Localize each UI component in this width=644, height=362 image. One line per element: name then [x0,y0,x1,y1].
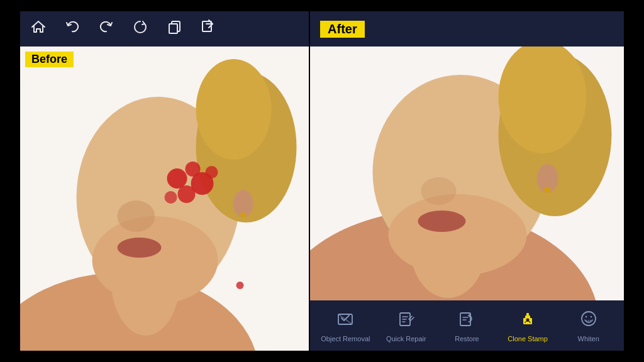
outer-container: Before [0,0,644,362]
redo-icon[interactable] [98,19,114,39]
svg-point-42 [585,315,586,317]
whiten-label: Whiten [578,335,599,343]
tool-restore[interactable]: Restore [441,309,492,343]
tool-quick-repair[interactable]: Quick Repair [381,309,431,343]
svg-point-10 [118,238,162,258]
clone-stamp-label: Clone Stamp [508,335,548,343]
restore-icon [457,309,476,332]
tool-object-removal[interactable]: Object Removal [320,309,370,343]
svg-point-24 [389,194,527,276]
right-panel: After [310,11,624,351]
app-container: Before [20,11,624,351]
copy-icon[interactable] [166,19,182,39]
before-label: Before [25,52,74,67]
refresh-icon[interactable] [132,19,148,39]
undo-icon[interactable] [64,19,80,39]
before-image-svg [20,47,309,351]
export-icon[interactable] [200,19,216,39]
object-removal-label: Object Removal [321,335,370,343]
svg-point-8 [196,59,272,160]
bottom-toolbar: Object Removal Quick Repair [310,300,624,351]
left-panel: Before [20,11,309,351]
tool-whiten[interactable]: Whiten [564,309,614,343]
tool-clone-stamp[interactable]: Clone Stamp [502,309,553,343]
svg-point-38 [582,312,596,326]
svg-point-30 [545,187,551,193]
svg-point-14 [178,185,196,203]
svg-rect-0 [169,24,177,33]
svg-point-6 [92,216,218,304]
whiten-icon [579,309,598,332]
svg-point-11 [167,168,187,189]
svg-point-19 [241,212,246,217]
after-image-svg [310,47,624,300]
svg-point-43 [590,315,591,317]
after-image-area [310,47,624,300]
home-icon[interactable] [30,19,47,39]
after-header: After [310,11,624,47]
clone-stamp-icon [518,309,537,332]
before-image-area: Before [20,47,309,351]
svg-point-27 [421,177,457,205]
quick-repair-icon [397,309,416,332]
svg-point-17 [236,282,244,289]
object-removal-icon [336,309,355,332]
svg-point-15 [165,191,177,204]
after-label: After [320,21,365,38]
svg-point-9 [118,200,155,232]
svg-point-28 [418,211,466,232]
quick-repair-label: Quick Repair [386,335,426,343]
svg-point-16 [206,166,218,178]
restore-label: Restore [455,335,479,343]
toolbar [20,11,309,47]
svg-rect-36 [526,313,529,316]
